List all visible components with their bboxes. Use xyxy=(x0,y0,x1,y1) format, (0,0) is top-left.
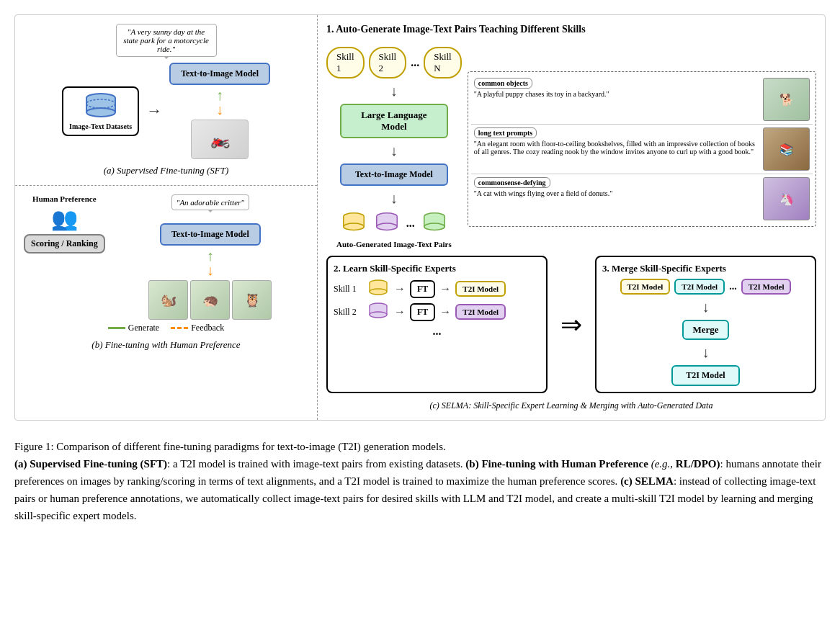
step3-label: 3. Merge Skill-Specific Experts xyxy=(602,263,809,274)
right-bottom: 2. Learn Skill-Specific Experts Skill 1 … xyxy=(326,256,816,393)
animal-3: 🦉 xyxy=(232,280,272,320)
commonsense-text-block: commonsense-defying "A cat with wings fl… xyxy=(474,177,760,197)
panel-a: "A very sunny day at the state park for … xyxy=(15,15,317,186)
legend-generate: Generate xyxy=(108,323,159,333)
caption-b-label: (b) Fine-tuning with Human Preference xyxy=(465,458,648,470)
common-objects-desc: "A playful puppy chases its toy in a bac… xyxy=(474,90,760,98)
dataset-label: Image-Text Datasets xyxy=(69,122,132,130)
arrows-pair-b: ↑ ↓ xyxy=(207,248,214,277)
skill1-db xyxy=(367,279,390,299)
arrow-to-t2i: ↓ xyxy=(326,143,462,159)
ft-box-2: FT xyxy=(410,303,435,321)
db-row: ... xyxy=(326,211,462,236)
figure-caption: Figure 1: Comparison of different fine-t… xyxy=(14,432,826,530)
commonsense-img: 🦄 xyxy=(763,177,810,220)
caption-b-label2: RL/DPO) xyxy=(676,458,720,470)
db-icon-3 xyxy=(421,211,448,236)
arrows-pair-a: ↑ ↓ xyxy=(216,88,223,117)
figure-area: "A very sunny day at the state park for … xyxy=(14,14,826,421)
panel-b-left: Human Preference 👥 Scoring / Ranking xyxy=(24,194,105,320)
merge-dots: ... xyxy=(729,281,737,292)
caption-c-label-text: (c) SELMA xyxy=(620,475,674,487)
dataset-box: Image-Text Datasets xyxy=(62,86,139,136)
legend-line-orange xyxy=(171,327,188,329)
autogen-main: Skill 1 Skill 2 ... Skill N ↓ Large Lang… xyxy=(326,47,462,248)
skill-example-long: long text prompts "An elegant room with … xyxy=(471,125,813,174)
svg-point-23 xyxy=(370,289,387,295)
arrow-ft2-t2i: → xyxy=(439,305,451,318)
scoring-box: Scoring / Ranking xyxy=(24,234,105,254)
ft-box-1: FT xyxy=(410,280,435,298)
arrow-down-orange-b: ↓ xyxy=(207,263,214,277)
big-arrow: ⇒ xyxy=(560,310,582,340)
common-objects-text-block: common objects "A playful puppy chases i… xyxy=(474,78,760,98)
quote-b: "An adorable critter" xyxy=(171,194,249,210)
skills-row: Skill 1 Skill 2 ... Skill N xyxy=(326,47,462,78)
panel-c-label: (c) SELMA: Skill-Specific Expert Learnin… xyxy=(326,400,816,411)
db-icon-1 xyxy=(340,211,367,236)
skill2-row: Skill 2 → FT → T2I Model xyxy=(334,302,540,322)
long-text-tag: long text prompts xyxy=(474,127,537,138)
svg-point-28 xyxy=(370,312,387,318)
caption-b-italic: (e.g., xyxy=(651,458,673,470)
commonsense-tag: commonsense-defying xyxy=(474,177,550,188)
left-panels: "A very sunny day at the state park for … xyxy=(15,15,318,420)
caption-c-label: (c) SELMA xyxy=(620,475,674,487)
arrow-to-merge: ↓ xyxy=(702,299,710,315)
svg-point-2 xyxy=(86,108,115,117)
common-objects-tag: common objects xyxy=(474,78,532,89)
skill1-box: Skill 1 xyxy=(326,47,365,78)
main-container: "A very sunny day at the state park for … xyxy=(14,14,826,530)
t2i-box-skill1: T2I Model xyxy=(455,281,506,297)
t2i-top-row: T2I Model T2I Model ... T2I Model xyxy=(620,279,792,295)
legend-line-green xyxy=(108,327,125,329)
human-icon: 👥 xyxy=(51,206,78,231)
skillN-box: Skill N xyxy=(424,47,462,78)
skill1-row-label: Skill 1 xyxy=(334,284,362,295)
skills-dots: ... xyxy=(411,56,419,69)
motorcycle-image: 🏍️ xyxy=(191,120,249,159)
arrow-to-llm: ↓ xyxy=(326,83,462,99)
scoring-label: Scoring / Ranking xyxy=(31,238,98,248)
skill-examples-panel: common objects "A playful puppy chases i… xyxy=(468,71,816,227)
merge-section: T2I Model T2I Model ... T2I Model ↓ Merg… xyxy=(602,279,809,386)
t2i-model-right: Text-to-Image Model xyxy=(340,163,448,186)
section3: 3. Merge Skill-Specific Experts T2I Mode… xyxy=(595,256,816,393)
svg-point-18 xyxy=(424,223,445,230)
step1-label: 1. Auto-Generate Image-Text Pairs Teachi… xyxy=(326,24,816,35)
db-icon-2 xyxy=(373,211,401,236)
animals-row: 🐿️ 🦔 🦉 xyxy=(148,280,272,320)
svg-point-13 xyxy=(377,223,398,230)
animal-2: 🦔 xyxy=(190,280,230,320)
right-panel: 1. Auto-Generate Image-Text Pairs Teachi… xyxy=(318,15,825,420)
svg-point-8 xyxy=(344,223,365,230)
skill-example-commonsense: commonsense-defying "A cat with wings fl… xyxy=(471,174,813,223)
caption-intro: Figure 1: Comparison of different fine-t… xyxy=(14,441,446,452)
skill2-db xyxy=(367,302,390,322)
section-top: Skill 1 Skill 2 ... Skill N ↓ Large Lang… xyxy=(326,47,816,248)
arrow-up-green-b: ↑ xyxy=(207,248,214,263)
db-dots: ... xyxy=(406,217,415,230)
panel-b: Human Preference 👥 Scoring / Ranking "An… xyxy=(15,186,317,359)
caption-b-label-text: (b) Fine-tuning with Human Preference xyxy=(465,458,648,470)
text-to-image-model-a: Text-to-Image Model xyxy=(169,63,270,85)
t2i-box-skill2: T2I Model xyxy=(455,304,506,320)
merge-t2i-1: T2I Model xyxy=(620,279,671,295)
step2-label: 2. Learn Skill-Specific Experts xyxy=(334,263,540,274)
arrow-ft1-t2i: → xyxy=(439,282,451,295)
arrow-from-merge: ↓ xyxy=(702,344,710,361)
legend-row: Generate Feedback xyxy=(108,323,224,333)
llm-box: Large Language Model xyxy=(340,104,448,138)
caption-a-label-text: (a) Supervised Fine-tuning (SFT) xyxy=(14,458,167,470)
merge-t2i-2: T2I Model xyxy=(674,279,725,295)
human-pref-label: Human Preference xyxy=(32,194,96,203)
skill2-box: Skill 2 xyxy=(369,47,407,78)
section2: 2. Learn Skill-Specific Experts Skill 1 … xyxy=(326,256,548,393)
quote-a: "A very sunny day at the state park for … xyxy=(116,24,217,57)
panel-a-label: (a) Supervised Fine-tuning (SFT) xyxy=(104,165,229,176)
arrow-to-db: ↓ xyxy=(326,190,462,207)
big-arrow-container: ⇒ xyxy=(555,256,588,393)
legend-feedback: Feedback xyxy=(171,323,224,333)
arrow-s1-ft: → xyxy=(394,282,406,295)
caption-b-italic-text: (e.g., xyxy=(651,458,673,470)
